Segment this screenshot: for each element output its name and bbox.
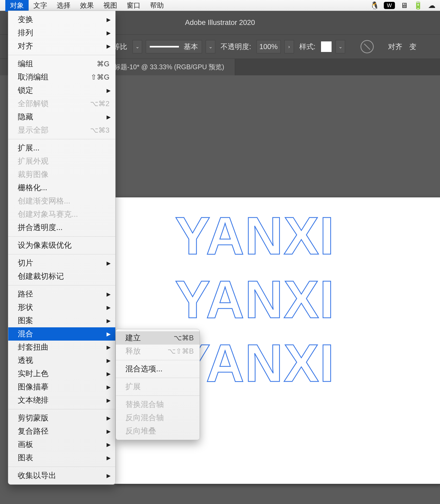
submenu-item-label: 混合选项... bbox=[125, 364, 162, 374]
opacity-stepper[interactable]: › bbox=[284, 40, 294, 53]
menu-item-label: 扩展外观 bbox=[18, 156, 49, 167]
menu-item[interactable]: 变换 bbox=[8, 13, 115, 26]
menu-item-label: 显示全部 bbox=[18, 125, 49, 136]
menu-separator bbox=[8, 139, 115, 139]
menu-item[interactable]: 设为像素级优化 bbox=[8, 239, 115, 252]
menu-separator bbox=[8, 467, 115, 467]
style-dropdown[interactable]: ⌄ bbox=[336, 40, 345, 53]
menu-separator bbox=[8, 409, 115, 409]
chevron-right-icon: › bbox=[288, 44, 290, 50]
menu-item-label: 封套扭曲 bbox=[18, 342, 49, 353]
artwork-text-row[interactable]: YANXI bbox=[175, 205, 335, 266]
battery-icon[interactable]: 🔋 bbox=[413, 1, 423, 10]
menubar-item-view[interactable]: 视图 bbox=[99, 0, 122, 12]
menu-item[interactable]: 封套扭曲 bbox=[8, 341, 115, 354]
artwork-text-row[interactable]: YANXI bbox=[175, 269, 335, 330]
menu-item[interactable]: 扩展... bbox=[8, 141, 115, 155]
menubar-label: 帮助 bbox=[150, 1, 164, 10]
menu-item-shortcut: ⌘G bbox=[97, 60, 109, 68]
document-tab-label: 标题-10* @ 33.33% (RGB/GPU 预览) bbox=[114, 63, 224, 71]
menu-item-label: 变换 bbox=[18, 14, 33, 25]
menubar-item-select[interactable]: 选择 bbox=[52, 0, 75, 12]
menu-item[interactable]: 栅格化... bbox=[8, 181, 115, 194]
menu-item-label: 图表 bbox=[18, 453, 33, 463]
menu-item-label: 剪切蒙版 bbox=[18, 413, 49, 423]
menu-separator bbox=[116, 360, 200, 360]
menu-item[interactable]: 创建裁切标记 bbox=[8, 270, 115, 283]
menu-item[interactable]: 锁定 bbox=[8, 84, 115, 97]
menu-item[interactable]: 混合 bbox=[8, 327, 115, 341]
menu-item[interactable]: 画板 bbox=[8, 438, 115, 451]
menubar-item-help[interactable]: 帮助 bbox=[145, 0, 169, 12]
creative-cloud-icon[interactable]: ☁ bbox=[427, 1, 436, 10]
menu-item: 裁剪图像 bbox=[8, 168, 115, 181]
menu-item-label: 取消编组 bbox=[18, 72, 49, 82]
submenu-item-label: 反向混合轴 bbox=[125, 412, 164, 423]
menu-item[interactable]: 透视 bbox=[8, 354, 115, 367]
menu-item-label: 拼合透明度... bbox=[18, 222, 63, 233]
menu-item: 创建对象马赛克... bbox=[8, 208, 115, 221]
menu-item[interactable]: 路径 bbox=[8, 288, 115, 301]
object-menu-dropdown: 变换排列对齐编组⌘G取消编组⇧⌘G锁定全部解锁⌥⌘2隐藏显示全部⌥⌘3扩展...… bbox=[8, 11, 116, 485]
menu-item-label: 形状 bbox=[18, 302, 33, 313]
wps-icon[interactable]: W bbox=[384, 2, 395, 9]
menu-item[interactable]: 形状 bbox=[8, 301, 115, 314]
menu-separator bbox=[8, 55, 115, 55]
menu-item-label: 切片 bbox=[18, 258, 33, 268]
stroke-label: 基本 bbox=[184, 42, 198, 51]
menubar-tray: 🐧 W 🖥 🔋 ☁ bbox=[370, 1, 440, 10]
menu-item[interactable]: 图像描摹 bbox=[8, 380, 115, 394]
stroke-dropdown-chevron[interactable]: ⌄ bbox=[206, 40, 215, 53]
menu-item-label: 设为像素级优化 bbox=[18, 240, 72, 251]
recolor-artwork-icon[interactable] bbox=[360, 40, 374, 53]
submenu-item: 替换混合轴 bbox=[116, 398, 200, 411]
submenu-item[interactable]: 混合选项... bbox=[116, 362, 200, 376]
menubar-item-text[interactable]: 文字 bbox=[29, 0, 52, 12]
qq-icon[interactable]: 🐧 bbox=[370, 1, 379, 10]
menu-item[interactable]: 编组⌘G bbox=[8, 57, 115, 71]
chevron-down-icon: ⌄ bbox=[338, 44, 342, 50]
menu-item-label: 扩展... bbox=[18, 143, 39, 153]
menu-item-label: 创建对象马赛克... bbox=[18, 209, 78, 220]
menu-item: 扩展外观 bbox=[8, 155, 115, 168]
menu-item[interactable]: 复合路径 bbox=[8, 425, 115, 438]
menu-item-shortcut: ⌥⌘3 bbox=[90, 126, 109, 134]
menu-item[interactable]: 排列 bbox=[8, 26, 115, 40]
menubar-label: 文字 bbox=[33, 1, 47, 10]
submenu-item: 扩展 bbox=[116, 380, 200, 393]
menu-item-label: 路径 bbox=[18, 289, 33, 299]
menubar-item-window[interactable]: 窗口 bbox=[122, 0, 145, 12]
submenu-item: 释放⌥⇧⌘B bbox=[116, 345, 200, 358]
menu-separator bbox=[8, 285, 115, 285]
app-title: Adobe Illustrator 2020 bbox=[185, 19, 255, 27]
screen-icon[interactable]: 🖥 bbox=[400, 1, 409, 10]
opacity-value[interactable]: 100% bbox=[257, 40, 281, 53]
menu-item-label: 锁定 bbox=[18, 85, 33, 96]
menu-item[interactable]: 实时上色 bbox=[8, 367, 115, 380]
submenu-item-label: 替换混合轴 bbox=[125, 399, 164, 410]
menu-item[interactable]: 文本绕排 bbox=[8, 394, 115, 407]
stroke-style-dropdown[interactable]: 基本 bbox=[146, 40, 202, 53]
menubar-item-effect[interactable]: 效果 bbox=[75, 0, 99, 12]
menu-item[interactable]: 取消编组⇧⌘G bbox=[8, 71, 115, 84]
style-swatch[interactable] bbox=[321, 41, 332, 52]
menu-item-label: 画板 bbox=[18, 439, 33, 450]
submenu-item: 反向混合轴 bbox=[116, 411, 200, 424]
menu-item[interactable]: 收集以导出 bbox=[8, 469, 115, 482]
macos-menubar: 对象 文字 选择 效果 视图 窗口 帮助 🐧 W 🖥 🔋 ☁ bbox=[0, 0, 440, 11]
scale-dropdown[interactable]: ⌄ bbox=[133, 40, 142, 53]
menubar-label: 效果 bbox=[80, 1, 94, 10]
menu-item-label: 隐藏 bbox=[18, 112, 33, 122]
menu-item[interactable]: 图表 bbox=[8, 451, 115, 464]
align-label[interactable]: 对齐 bbox=[386, 42, 404, 51]
menubar-item-object[interactable]: 对象 bbox=[5, 0, 29, 12]
menubar-label: 对象 bbox=[10, 1, 24, 10]
menu-item[interactable]: 对齐 bbox=[8, 40, 115, 53]
menu-item-label: 实时上色 bbox=[18, 368, 49, 379]
submenu-item[interactable]: 建立⌥⌘B bbox=[116, 331, 200, 345]
menu-item[interactable]: 拼合透明度... bbox=[8, 221, 115, 234]
menu-item[interactable]: 剪切蒙版 bbox=[8, 411, 115, 425]
menu-item[interactable]: 隐藏 bbox=[8, 110, 115, 124]
menu-item[interactable]: 图案 bbox=[8, 314, 115, 327]
menu-item[interactable]: 切片 bbox=[8, 257, 115, 270]
